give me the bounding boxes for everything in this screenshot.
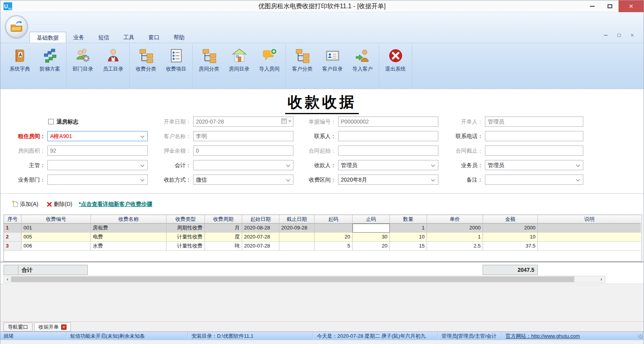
col-header[interactable]: 起始日期 [242, 215, 279, 224]
document-tab-bar: 导航窗口 收据开单✕ [0, 321, 644, 331]
remark-combobox[interactable] [485, 175, 583, 185]
payee-label: 收款人： [293, 160, 336, 170]
col-header[interactable]: 收费编号 [22, 215, 91, 224]
contract-start-input[interactable] [338, 146, 438, 156]
chevron-down-icon [576, 178, 580, 182]
chevron-down-icon [141, 134, 145, 138]
salesman-combobox[interactable]: 管理员 [485, 160, 583, 170]
customer-directory-button[interactable]: 客户目录 [317, 44, 347, 88]
supervisor-label: 主管： [7, 160, 45, 170]
window-title: 优图房租水电费收据打印软件11.1 - [收据开单] [0, 0, 644, 12]
ribbon: 基础数据 业务 短信 工具 窗口 帮助 ✕ A [0, 12, 644, 89]
maximize-button[interactable] [601, 0, 619, 12]
scroll-right-arrow-icon[interactable]: › [598, 276, 605, 282]
horizontal-scrollbar[interactable]: ‹ › [4, 276, 605, 283]
tier-plan-button[interactable]: 阶梯方案 [35, 44, 65, 88]
new-customer-steps-link[interactable]: *点击查看详细新客户收费步骤 [79, 199, 152, 209]
deposit-input[interactable]: 0 [193, 146, 293, 156]
import-person-icon [355, 48, 371, 64]
status-install-dir: 安装目录：D:\优图软件11.1 [188, 332, 314, 340]
employee-directory-button[interactable]: 员工目录 [98, 44, 128, 88]
contact-input[interactable] [338, 131, 438, 141]
tab-receipt-billing[interactable]: 收据开单✕ [34, 322, 71, 331]
resize-grip-icon[interactable] [638, 334, 643, 339]
tab-window[interactable]: 窗口 [141, 32, 166, 43]
fee-category-button[interactable]: 收费分类 [131, 44, 161, 88]
room-category-button[interactable]: 房间分类 [194, 44, 224, 88]
receipt-no-input[interactable]: P00000002 [338, 116, 438, 127]
grid-row-1-selected[interactable]: 1 001 房租费 周期性收费 月 2020-08-28 2020-09-28 … [4, 224, 642, 233]
col-header[interactable]: 序号 [4, 215, 22, 224]
col-header[interactable]: 止码 [353, 215, 390, 224]
close-button[interactable]: ✕ [619, 0, 644, 12]
delete-row-button[interactable]: 删除(D) [47, 199, 72, 209]
customer-input[interactable]: 李明 [193, 131, 293, 141]
room-combobox[interactable]: A幢A901 [47, 131, 148, 141]
mdi-minimize-button[interactable] [602, 33, 609, 38]
dept-combobox[interactable] [47, 175, 148, 185]
supervisor-combobox[interactable] [47, 160, 148, 170]
payee-combobox[interactable]: 管理员 [338, 160, 438, 170]
checkout-flag-checkbox[interactable]: 退房标志 [48, 116, 78, 127]
col-header[interactable]: 数量 [390, 215, 427, 224]
tab-navigation-window[interactable]: 导航窗口 [4, 322, 33, 331]
accountant-combobox[interactable] [193, 160, 293, 170]
mdi-controls: ✕ [602, 33, 636, 38]
fee-items-button[interactable]: 收费项目 [161, 44, 191, 88]
grid-footer: 合计 2047.5 [0, 262, 644, 276]
menu-tab-row: 基础数据 业务 短信 工具 窗口 帮助 ✕ [29, 31, 641, 43]
col-header[interactable]: 收费周期 [205, 215, 242, 224]
col-header[interactable]: 单价 [427, 215, 483, 224]
detail-toolbar: 添加(A) 删除(D) *点击查看详细新客户收费步骤 [0, 193, 644, 215]
open-date-picker[interactable]: 2020-07-28 [193, 116, 293, 127]
delete-x-icon [47, 202, 52, 207]
add-page-icon [11, 200, 18, 207]
customer-label: 客户名称： [150, 131, 191, 141]
orgchart-icon [138, 48, 154, 64]
grid-header-row: 序号 收费编号 收费名称 收费类型 收费周期 起始日期 截止日期 起码 止码 数… [4, 215, 642, 224]
tab-close-icon[interactable]: ✕ [61, 324, 67, 330]
import-room-button[interactable]: 导入房间 [254, 44, 284, 88]
tab-basic-data[interactable]: 基础数据 [29, 32, 66, 43]
col-header[interactable]: 收费类型 [166, 215, 205, 224]
dept-label: 业务部门： [7, 175, 45, 185]
department-users-icon [75, 48, 91, 64]
department-directory-button[interactable]: 部门目录 [68, 44, 98, 88]
mdi-restore-button[interactable] [615, 33, 622, 38]
receipt-form: 收款收据 退房标志 开单日期： 2020-07-28 单据编号： P000000… [0, 89, 644, 193]
mdi-close-button[interactable]: ✕ [629, 33, 636, 38]
scrollbar-thumb[interactable] [11, 277, 574, 282]
customer-category-button[interactable]: 客户分类 [287, 44, 317, 88]
col-header[interactable]: 说明 [538, 215, 641, 224]
exit-system-button[interactable]: 退出系统 [380, 44, 411, 88]
contract-end-input[interactable] [485, 146, 583, 156]
import-customer-button[interactable]: 导入客户 [347, 44, 378, 88]
scroll-left-arrow-icon[interactable]: ‹ [4, 276, 11, 282]
grid-row-3[interactable]: 3 006 水费 计量性收费 吨 2020-07-28 5 20 15 2.5 … [4, 242, 642, 251]
operator-input[interactable]: 管理员 [485, 116, 583, 127]
pay-method-combobox[interactable]: 微信 [193, 175, 293, 185]
phone-input[interactable] [485, 131, 583, 141]
room-directory-button[interactable]: 房间目录 [224, 44, 254, 88]
area-input[interactable]: 92 [47, 146, 148, 156]
tab-sms[interactable]: 短信 [91, 32, 116, 43]
tab-business[interactable]: 业务 [66, 32, 91, 43]
add-row-button[interactable]: 添加(A) [11, 199, 38, 209]
chevron-down-icon [286, 163, 290, 167]
ribbon-group-staff: 部门目录 员工目录 [67, 44, 130, 88]
col-header[interactable]: 截止日期 [279, 215, 315, 224]
grid-row-2[interactable]: 2 005 电费 计量性收费 度 2020-07-28 20 30 10 1 1… [4, 233, 642, 242]
minimize-button[interactable] [583, 0, 601, 12]
system-dictionary-button[interactable]: A 系统字典 [5, 44, 35, 88]
col-header[interactable]: 金额 [483, 215, 538, 224]
col-header[interactable]: 收费名称 [91, 215, 166, 224]
col-header[interactable]: 起码 [315, 215, 353, 224]
status-website-link[interactable]: 官方网站：http://www.ghutu.com [503, 332, 644, 340]
fee-period-combobox[interactable]: 2020年8月 [338, 175, 438, 185]
tab-tools[interactable]: 工具 [116, 32, 141, 43]
ribbon-group-fees: 收费分类 收费项目 [130, 44, 193, 88]
folder-icon [9, 19, 24, 34]
active-edit-cell[interactable] [353, 224, 390, 233]
tab-help[interactable]: 帮助 [166, 32, 192, 43]
file-orb-button[interactable] [5, 15, 28, 38]
